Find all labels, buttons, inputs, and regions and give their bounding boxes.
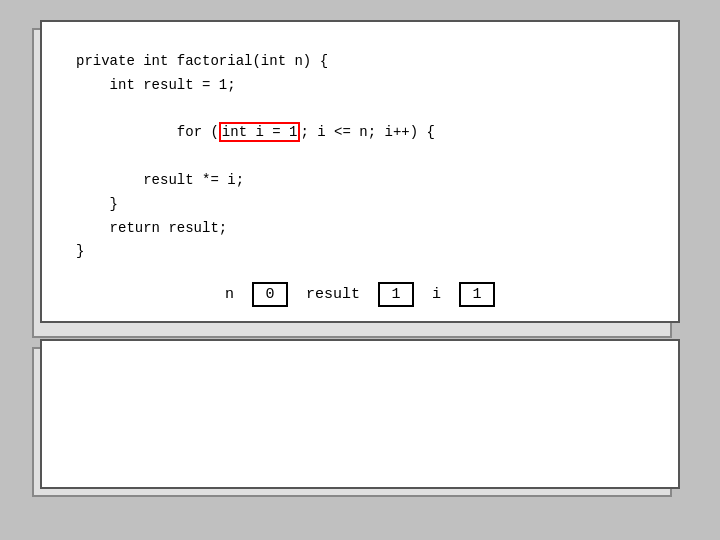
code-block: private int factorial(int n) { int resul…: [66, 40, 654, 264]
i-value-box: 1: [459, 282, 495, 307]
code-line-3-after: ; i <= n; i++) {: [300, 124, 434, 140]
top-slide-wrapper: private int factorial(int n) { int resul…: [40, 20, 680, 323]
code-line-6: return result;: [76, 217, 654, 241]
variables-row: n 0 result 1 i 1: [66, 282, 654, 307]
result-label: result: [306, 286, 360, 303]
code-line-3: for (int i = 1; i <= n; i++) {: [76, 98, 654, 169]
i-label: i: [432, 286, 441, 303]
result-value-box: 1: [378, 282, 414, 307]
n-label: n: [225, 286, 234, 303]
code-line-5: }: [76, 193, 654, 217]
code-line-1: private int factorial(int n) {: [76, 50, 654, 74]
top-slide: private int factorial(int n) { int resul…: [40, 20, 680, 323]
code-line-3-before: for (: [143, 124, 219, 140]
bottom-slide-wrapper: [40, 339, 680, 489]
code-line-7: }: [76, 240, 654, 264]
bottom-slide: [40, 339, 680, 489]
n-value-box: 0: [252, 282, 288, 307]
code-line-2: int result = 1;: [76, 74, 654, 98]
code-highlight: int i = 1: [219, 122, 301, 142]
code-line-4: result *= i;: [76, 169, 654, 193]
